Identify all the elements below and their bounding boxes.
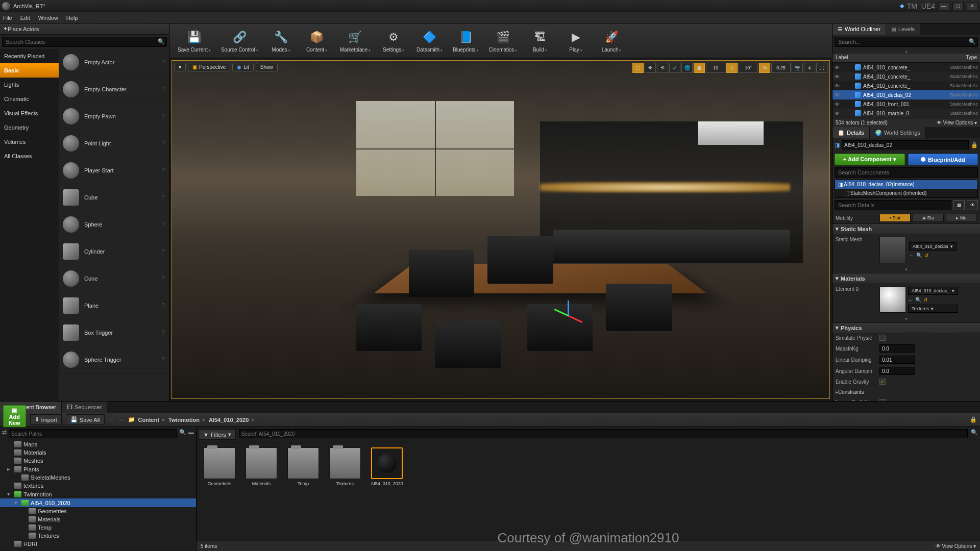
number-input[interactable] bbox=[879, 367, 915, 375]
tab-details[interactable]: 📋Details bbox=[832, 127, 870, 138]
transform-gizmo-icon[interactable] bbox=[553, 290, 584, 321]
tool-save-current[interactable]: 💾Save Current▾ bbox=[175, 26, 214, 56]
reset-icon[interactable]: ↺ bbox=[924, 253, 928, 258]
rotation-snap-button[interactable]: ∠ bbox=[726, 63, 738, 73]
outliner-row[interactable]: 👁AI54_010_concrete_StaticMeshAc bbox=[832, 63, 980, 72]
tree-materials[interactable]: Materials bbox=[0, 515, 196, 523]
mesh-asset-dropdown[interactable]: AI54_010_declas ▾ bbox=[909, 242, 957, 251]
outliner-search-input[interactable] bbox=[835, 37, 978, 47]
tree-textures[interactable]: textures bbox=[0, 482, 196, 490]
tree-materials[interactable]: Materials bbox=[0, 448, 196, 457]
material-asset-dropdown[interactable]: AI54_010_declas_ ▾ bbox=[908, 287, 958, 295]
number-input[interactable] bbox=[879, 344, 915, 353]
category-lights[interactable]: Lights bbox=[0, 78, 59, 92]
blueprint-add-button[interactable]: ⬢Blueprint/Add bbox=[908, 154, 978, 165]
browse-icon[interactable]: 🔍 bbox=[916, 253, 922, 258]
tool-play[interactable]: ▶Play▾ bbox=[560, 26, 592, 56]
reset-icon[interactable]: ↺ bbox=[923, 297, 927, 303]
material-thumbnail-icon[interactable] bbox=[879, 286, 906, 313]
tree-plants[interactable]: ▸Plants bbox=[0, 465, 196, 473]
actor-empty-pawn[interactable]: Empty Pawn? bbox=[59, 103, 169, 130]
tool-source-control[interactable]: 🔗Source Control▾ bbox=[218, 26, 261, 56]
help-icon[interactable]: ? bbox=[161, 194, 165, 201]
help-icon[interactable]: ? bbox=[161, 140, 165, 147]
asset-textures[interactable]: Textures bbox=[327, 447, 363, 486]
tool-cinematics[interactable]: 🎬Cinematics▾ bbox=[486, 26, 520, 56]
visibility-icon[interactable]: 👁 bbox=[835, 111, 841, 116]
category-cinematic[interactable]: Cinematic bbox=[0, 92, 59, 106]
help-icon[interactable]: ? bbox=[161, 86, 165, 93]
help-icon[interactable]: ? bbox=[161, 59, 165, 66]
place-search-input[interactable] bbox=[2, 37, 167, 47]
tree-twinmotion[interactable]: ▾Twinmotion bbox=[0, 490, 196, 498]
menu-file[interactable]: File bbox=[3, 15, 12, 21]
maximize-button[interactable]: □ bbox=[952, 2, 964, 10]
tool-content[interactable]: 📦Content▾ bbox=[301, 26, 333, 56]
section-physics[interactable]: ▾ Physics bbox=[832, 323, 980, 333]
close-button[interactable]: × bbox=[967, 2, 978, 10]
lit-mode-button[interactable]: ◉Lit bbox=[232, 63, 254, 71]
tree-geometries[interactable]: Geometries bbox=[0, 507, 196, 515]
tool-blueprints[interactable]: 📘Blueprints▾ bbox=[450, 26, 481, 56]
translate-mode-button[interactable]: ✥ bbox=[645, 63, 656, 73]
search-components-input[interactable] bbox=[835, 167, 978, 178]
asset-temp[interactable]: Temp bbox=[285, 447, 321, 486]
scale-snap-button[interactable]: % bbox=[759, 63, 770, 73]
surface-snap-button[interactable]: ▦ bbox=[694, 63, 705, 73]
select-mode-button[interactable]: ⬚ bbox=[632, 63, 644, 73]
rotation-snap-value[interactable]: 10° bbox=[739, 63, 758, 73]
save-all-button[interactable]: 💾 Save All bbox=[66, 414, 105, 425]
actor-cube[interactable]: Cube? bbox=[59, 184, 169, 211]
asset-materials[interactable]: Materials bbox=[243, 447, 279, 486]
visibility-icon[interactable]: 👁 bbox=[835, 83, 841, 89]
search-details-input[interactable] bbox=[835, 200, 951, 210]
tab-world-settings[interactable]: 🌍World Settings bbox=[870, 127, 926, 138]
mobility-movable[interactable]: ▸ Mo bbox=[946, 214, 977, 222]
filters-button[interactable]: ▼ Filters ▾ bbox=[199, 429, 236, 440]
crumb-current[interactable]: AI54_010_2020 bbox=[209, 417, 249, 423]
actor-cone[interactable]: Cone? bbox=[59, 265, 169, 292]
actor-sphere-trigger[interactable]: Sphere Trigger? bbox=[59, 346, 169, 373]
crumb-twinmotion[interactable]: Twinmotion bbox=[168, 417, 200, 423]
visibility-icon[interactable]: 👁 bbox=[835, 65, 841, 70]
category-geometry[interactable]: Geometry bbox=[0, 120, 59, 135]
component-static-mesh[interactable]: ⬚ StaticMeshComponent (Inherited) bbox=[835, 189, 977, 197]
rotate-mode-button[interactable]: ⟲ bbox=[657, 63, 668, 73]
collapse-button[interactable]: ▬ bbox=[188, 429, 194, 438]
tree-temp[interactable]: Temp bbox=[0, 523, 196, 532]
menu-help[interactable]: Help bbox=[66, 15, 78, 21]
actor-name-input[interactable] bbox=[842, 140, 969, 149]
actor-plane[interactable]: Plane? bbox=[59, 292, 169, 319]
menu-window[interactable]: Window bbox=[38, 15, 58, 21]
number-input[interactable] bbox=[879, 356, 915, 364]
outliner-view-options[interactable]: 👁 View Options ▾ bbox=[937, 120, 977, 126]
grid-snap-value[interactable]: 10 bbox=[706, 63, 725, 73]
viewport-options-button[interactable]: ▾ bbox=[174, 63, 186, 71]
outliner-row[interactable]: 👁AI54_010_concrete_StaticMeshAc bbox=[832, 81, 980, 90]
help-icon[interactable]: ? bbox=[161, 275, 165, 282]
outliner-row[interactable]: 👁AI54_010_declas_02StaticMeshAc bbox=[832, 90, 980, 99]
nav-forward-button[interactable]: → bbox=[118, 417, 124, 423]
import-button[interactable]: ⬇ Import bbox=[30, 414, 62, 425]
help-icon[interactable]: ? bbox=[161, 248, 165, 255]
checkbox[interactable] bbox=[879, 335, 886, 341]
property-matrix-button[interactable]: ▦ bbox=[953, 200, 965, 210]
actor-point-light[interactable]: Point Light? bbox=[59, 130, 169, 157]
content-search-input[interactable] bbox=[239, 429, 968, 438]
browse-icon[interactable]: 🔍 bbox=[915, 297, 921, 303]
help-icon[interactable]: ? bbox=[161, 329, 165, 336]
tool-launch[interactable]: 🚀Launch▾ bbox=[596, 26, 627, 56]
camera-speed-value[interactable]: 4 bbox=[804, 63, 815, 73]
tool-modes[interactable]: 🔧Modes▾ bbox=[265, 26, 297, 56]
menu-edit[interactable]: Edit bbox=[20, 15, 30, 21]
asset-ai54_010_2020[interactable]: AI54_010_2020 bbox=[369, 447, 405, 486]
category-all-classes[interactable]: All Classes bbox=[0, 149, 59, 163]
category-basic[interactable]: Basic bbox=[0, 63, 59, 78]
help-icon[interactable]: ? bbox=[161, 167, 165, 174]
section-materials[interactable]: ▾ Materials bbox=[832, 273, 980, 283]
component-instance[interactable]: ◨ AI54_010_declas_02(Instance) bbox=[835, 180, 977, 189]
outliner-row[interactable]: 👁AI54_010_front_001StaticMeshAc bbox=[832, 99, 980, 109]
category-visual-effects[interactable]: Visual Effects bbox=[0, 106, 59, 120]
tree-ai54_010_2020[interactable]: ▾AI54_010_2020 bbox=[0, 498, 196, 507]
show-button[interactable]: Show bbox=[256, 63, 278, 71]
